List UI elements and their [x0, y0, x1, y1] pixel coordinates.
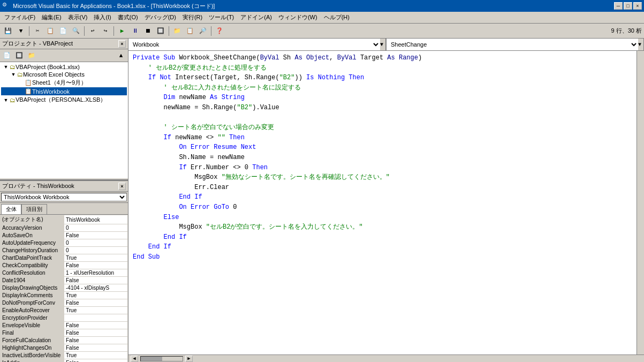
property-row[interactable]: InactiveListBorderVisibleTrue: [1, 352, 128, 359]
toolbar-explorer-btn[interactable]: 📁: [171, 25, 183, 37]
toolbar-run-btn[interactable]: ▶: [116, 25, 128, 37]
toolbar-undo-btn[interactable]: ↩: [87, 25, 99, 37]
menu-debug[interactable]: デバッグ(D): [141, 12, 179, 22]
tree-item-sheet1[interactable]: 📋 Sheet1（4月〜9月）: [1, 78, 127, 87]
toolbar-btn2[interactable]: ▼: [15, 25, 27, 37]
property-row[interactable]: ChartDataPointTrackTrue: [1, 254, 128, 262]
scroll-left-btn[interactable]: ◀: [131, 356, 138, 362]
prop-value[interactable]: False: [64, 322, 128, 329]
menu-edit[interactable]: 編集(E): [39, 12, 65, 22]
project-scroll-up-btn[interactable]: ▲: [115, 50, 127, 62]
tree-item-personal[interactable]: ▼ 🗂 VBAProject（PERSONAL.XLSB）: [1, 95, 127, 104]
property-row[interactable]: Date1904False: [1, 277, 128, 284]
property-row[interactable]: ForceFullCalculationFalse: [1, 337, 128, 344]
property-row[interactable]: AutoUpdateFrequency0: [1, 239, 128, 247]
prop-value[interactable]: 1 - xlUserResolution: [64, 269, 128, 277]
prop-value[interactable]: False: [64, 262, 128, 269]
property-row[interactable]: IsAddinFalse: [1, 359, 128, 363]
prop-value[interactable]: False: [64, 359, 128, 363]
properties-selector[interactable]: ThisWorkbook Workbook: [0, 192, 128, 203]
menu-view[interactable]: 表示(V): [65, 12, 91, 22]
property-row[interactable]: DoNotPromptForConvFalse: [1, 299, 128, 307]
menu-file[interactable]: ファイル(F): [1, 12, 39, 22]
menu-insert[interactable]: 挿入(I): [90, 12, 114, 22]
project-toggle-folders-btn[interactable]: 📁: [26, 50, 37, 62]
prop-value[interactable]: 0: [64, 239, 128, 247]
code-object-select[interactable]: Workbook: [128, 39, 380, 50]
prop-value[interactable]: 0: [64, 224, 128, 232]
menu-addins[interactable]: アドイン(A): [237, 12, 275, 22]
code-object-dropdown[interactable]: Workbook ▼: [128, 39, 386, 50]
project-view-code-btn[interactable]: 📄: [1, 50, 13, 62]
prop-value[interactable]: 0: [64, 247, 128, 254]
prop-value[interactable]: True: [64, 307, 128, 314]
close-button[interactable]: ×: [633, 2, 642, 10]
toolbar-reset-btn[interactable]: ⏹: [142, 25, 154, 37]
toolbar-paste-btn[interactable]: 📄: [57, 25, 69, 37]
scroll-right-btn[interactable]: ▶: [185, 356, 193, 362]
prop-value[interactable]: True: [64, 292, 128, 299]
tree-item-excel-objects[interactable]: ▼ 🗂 Microsoft Excel Objects: [1, 71, 127, 78]
prop-value[interactable]: True: [64, 254, 128, 262]
prop-value[interactable]: True: [64, 352, 128, 359]
toolbar-break-btn[interactable]: ⏸: [129, 25, 141, 37]
property-row[interactable]: ChangeHistoryDuration0: [1, 247, 128, 254]
toolbar-objbrowser-btn[interactable]: 🔎: [197, 25, 209, 37]
project-panel-close[interactable]: ×: [118, 40, 126, 48]
toolbar-save-btn[interactable]: 💾: [2, 25, 14, 37]
property-row[interactable]: CheckCompatibilityFalse: [1, 262, 128, 269]
property-row[interactable]: EncryptionProvider: [1, 314, 128, 322]
prop-value[interactable]: [64, 314, 128, 322]
property-row[interactable]: AccuracyVersion0: [1, 224, 128, 232]
menu-tools[interactable]: ツール(T): [206, 12, 237, 22]
project-view-object-btn[interactable]: 🔲: [13, 50, 25, 62]
project-panel-header: プロジェクト - VBAProject ×: [0, 39, 128, 49]
prop-value[interactable]: ThisWorkbook: [64, 215, 128, 224]
h-scrollbar-track[interactable]: [140, 356, 183, 361]
minimize-button[interactable]: ─: [614, 2, 623, 10]
prop-value[interactable]: -4104 - xlDisplayS: [64, 284, 128, 292]
menu-format[interactable]: 書式(O): [115, 12, 141, 22]
menu-window[interactable]: ウィンドウ(W): [275, 12, 321, 22]
properties-table: (オブジェクト名)ThisWorkbookAccuracyVersion0Aut…: [0, 215, 128, 362]
code-proc-select[interactable]: SheetChange: [387, 39, 638, 50]
code-content[interactable]: Private Sub Workbook_SheetChange(ByVal S…: [128, 51, 637, 264]
property-row[interactable]: DisplayInkCommentsTrue: [1, 292, 128, 299]
menu-run[interactable]: 実行(R): [179, 12, 206, 22]
property-row[interactable]: EnvelopeVisibleFalse: [1, 322, 128, 329]
toolbar-design-btn[interactable]: 🔲: [155, 25, 166, 37]
tree-item-thisworkbook[interactable]: 📋 ThisWorkbook: [1, 87, 127, 95]
toolbar-help-btn[interactable]: ❓: [214, 25, 225, 37]
code-scroll-area[interactable]: Private Sub Workbook_SheetChange(ByVal S…: [128, 51, 637, 355]
property-row[interactable]: DisplayDrawingObjects-4104 - xlDisplayS: [1, 284, 128, 292]
prop-value[interactable]: False: [64, 344, 128, 352]
prop-tab-category[interactable]: 項目別: [21, 204, 47, 214]
prop-value[interactable]: False: [64, 337, 128, 344]
property-row[interactable]: (オブジェクト名)ThisWorkbook: [1, 215, 128, 224]
project-tree[interactable]: ▼ 🗂 VBAProject (Book1.xlsx) ▼ 🗂 Microsof…: [0, 62, 128, 178]
property-row[interactable]: ConflictResolution1 - xlUserResolution: [1, 269, 128, 277]
property-row[interactable]: HighlightChangesOnFalse: [1, 344, 128, 352]
toolbar-copy-btn[interactable]: 📋: [44, 25, 56, 37]
property-row[interactable]: EnableAutoRecoverTrue: [1, 307, 128, 314]
property-row[interactable]: AutoSaveOnFalse: [1, 232, 128, 239]
property-row[interactable]: FinalFalse: [1, 329, 128, 337]
menu-help[interactable]: ヘルプ(H): [321, 12, 353, 22]
toolbar-props-btn[interactable]: 📋: [184, 25, 196, 37]
prop-value[interactable]: False: [64, 299, 128, 307]
prop-value[interactable]: False: [64, 329, 128, 337]
toolbar-find-btn[interactable]: 🔍: [70, 25, 82, 37]
prop-value[interactable]: False: [64, 277, 128, 284]
code-scrollbar-v[interactable]: [637, 51, 644, 355]
code-proc-dropdown[interactable]: SheetChange ▼: [386, 39, 644, 50]
toolbar-redo-btn[interactable]: ↪: [100, 25, 111, 37]
properties-panel-close[interactable]: ×: [118, 183, 126, 190]
prop-tab-all[interactable]: 全体: [1, 204, 21, 214]
properties-panel-header: プロパティ - ThisWorkbook ×: [0, 181, 128, 192]
prop-value[interactable]: False: [64, 232, 128, 239]
toolbar-cut-btn[interactable]: ✂: [32, 25, 43, 37]
maximize-button[interactable]: □: [624, 2, 632, 10]
tree-item-vbaproject[interactable]: ▼ 🗂 VBAProject (Book1.xlsx): [1, 63, 127, 71]
properties-dropdown[interactable]: ThisWorkbook Workbook: [1, 193, 127, 201]
h-scrollbar-thumb[interactable]: [141, 357, 162, 361]
